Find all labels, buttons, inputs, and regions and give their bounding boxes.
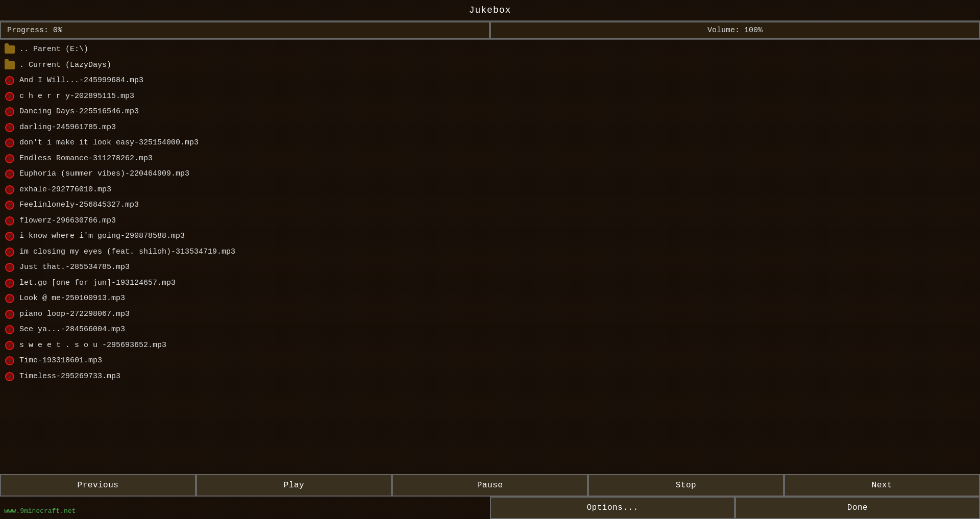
list-item[interactable]: Endless Romance-311278262.mp3	[0, 151, 980, 167]
list-item[interactable]: Dancing Days-225516546.mp3	[0, 104, 980, 120]
folder-icon	[4, 60, 15, 71]
done-button[interactable]: Done	[735, 497, 980, 519]
file-name: darling-245961785.mp3	[19, 122, 116, 134]
disc-icon	[4, 168, 15, 180]
list-item[interactable]: See ya...-284566004.mp3	[0, 322, 980, 338]
progress-volume-bar: Progress: 0% Volume: 100%	[0, 20, 980, 40]
disc-icon	[4, 75, 15, 86]
disc-icon	[4, 262, 15, 273]
list-item[interactable]: exhale-292776010.mp3	[0, 182, 980, 198]
file-list[interactable]: .. Parent (E:\). Current (LazyDays)And I…	[0, 40, 980, 438]
options-button[interactable]: Options...	[490, 497, 735, 519]
file-name: Endless Romance-311278262.mp3	[19, 153, 153, 165]
progress-section: Progress: 0%	[0, 21, 490, 39]
list-item[interactable]: don't i make it look easy-325154000.mp3	[0, 135, 980, 151]
list-item[interactable]: And I Will...-245999684.mp3	[0, 73, 980, 89]
title-bar: Jukebox	[0, 0, 980, 20]
disc-icon	[4, 137, 15, 149]
disc-icon	[4, 278, 15, 289]
disc-icon	[4, 215, 15, 227]
disc-icon	[4, 293, 15, 304]
disc-icon	[4, 324, 15, 335]
disc-icon	[4, 184, 15, 195]
disc-icon	[4, 231, 15, 242]
list-item[interactable]: Just that.-285534785.mp3	[0, 260, 980, 276]
file-name: Look @ me-250100913.mp3	[19, 293, 125, 305]
list-item[interactable]: flowerz-296630766.mp3	[0, 213, 980, 229]
file-name: Timeless-295269733.mp3	[19, 371, 120, 383]
disc-icon	[4, 309, 15, 320]
file-name: And I Will...-245999684.mp3	[19, 75, 143, 87]
disc-icon	[4, 106, 15, 117]
disc-icon	[4, 122, 15, 133]
file-name: .. Parent (E:\)	[19, 44, 88, 56]
file-name: exhale-292776010.mp3	[19, 184, 111, 196]
file-name: Time-193318601.mp3	[19, 355, 102, 367]
disc-icon	[4, 246, 15, 258]
bottom-controls: Previous Play Pause Stop Next Options...…	[0, 474, 980, 519]
file-name: don't i make it look easy-325154000.mp3	[19, 137, 199, 149]
file-name: See ya...-284566004.mp3	[19, 324, 125, 336]
list-item[interactable]: darling-245961785.mp3	[0, 120, 980, 136]
list-item[interactable]: Look @ me-250100913.mp3	[0, 291, 980, 307]
file-name: Just that.-285534785.mp3	[19, 262, 130, 274]
file-name: im closing my eyes (feat. shiloh)-313534…	[19, 246, 235, 258]
list-item[interactable]: . Current (LazyDays)	[0, 58, 980, 73]
disc-icon	[4, 153, 15, 164]
list-item[interactable]: .. Parent (E:\)	[0, 42, 980, 58]
disc-icon	[4, 371, 15, 382]
play-button[interactable]: Play	[196, 474, 392, 497]
next-button[interactable]: Next	[784, 474, 980, 497]
list-item[interactable]: i know where i'm going-290878588.mp3	[0, 229, 980, 244]
file-name: Feelinlonely-256845327.mp3	[19, 200, 139, 211]
list-item[interactable]: s w e e t . s o u -295693652.mp3	[0, 338, 980, 354]
file-name: c h e r r y-202895115.mp3	[19, 91, 134, 103]
disc-icon	[4, 355, 15, 366]
file-name: Dancing Days-225516546.mp3	[19, 106, 139, 118]
folder-icon	[4, 44, 15, 55]
stop-button[interactable]: Stop	[588, 474, 784, 497]
previous-button[interactable]: Previous	[0, 474, 196, 497]
file-name: i know where i'm going-290878588.mp3	[19, 231, 185, 242]
list-item[interactable]: piano loop-272298067.mp3	[0, 307, 980, 323]
list-item[interactable]: Timeless-295269733.mp3	[0, 369, 980, 385]
list-item[interactable]: im closing my eyes (feat. shiloh)-313534…	[0, 244, 980, 260]
control-row-1: Previous Play Pause Stop Next	[0, 474, 980, 497]
file-name: piano loop-272298067.mp3	[19, 309, 130, 320]
disc-icon	[4, 340, 15, 351]
file-name: . Current (LazyDays)	[19, 60, 111, 71]
file-name: s w e e t . s o u -295693652.mp3	[19, 340, 166, 352]
disc-icon	[4, 200, 15, 211]
pause-button[interactable]: Pause	[392, 474, 588, 497]
list-item[interactable]: Time-193318601.mp3	[0, 353, 980, 369]
list-item[interactable]: c h e r r y-202895115.mp3	[0, 89, 980, 105]
disc-icon	[4, 91, 15, 102]
watermark: www.9minecraft.net	[4, 507, 76, 515]
list-item[interactable]: let.go [one for jun]-193124657.mp3	[0, 276, 980, 291]
volume-section: Volume: 100%	[490, 21, 980, 39]
list-item[interactable]: Euphoria (summer vibes)-220464909.mp3	[0, 166, 980, 182]
file-name: flowerz-296630766.mp3	[19, 215, 116, 227]
list-item[interactable]: Feelinlonely-256845327.mp3	[0, 197, 980, 213]
file-name: Euphoria (summer vibes)-220464909.mp3	[19, 168, 189, 180]
control-row-2: Options... Done	[0, 497, 980, 519]
file-name: let.go [one for jun]-193124657.mp3	[19, 278, 176, 289]
